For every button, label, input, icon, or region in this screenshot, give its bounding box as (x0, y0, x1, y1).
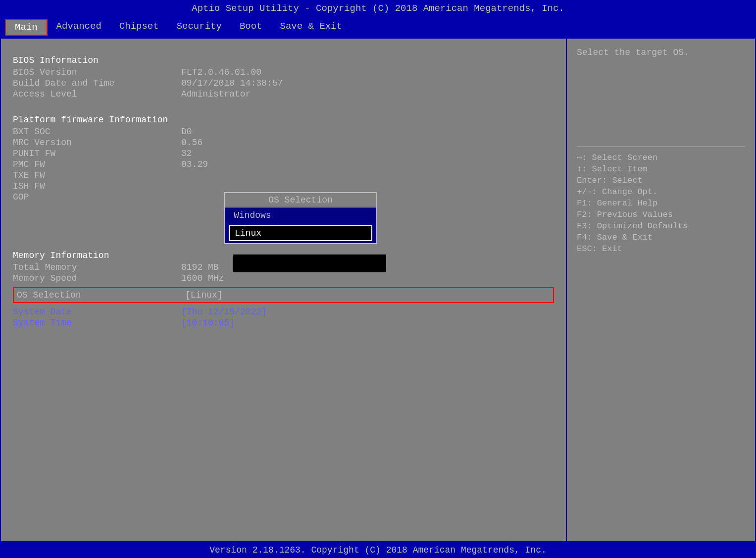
memory-speed-value: 1600 MHz (181, 273, 224, 283)
system-time-label: System Time (13, 318, 181, 328)
mrc-version-row: MRC Version 0.56 (13, 138, 554, 148)
os-popup-shadow (233, 254, 386, 272)
mrc-version-value: 0.56 (181, 138, 202, 148)
menu-bar: Main Advanced Chipset Security Boot Save… (0, 17, 756, 38)
key-help-esc: ESC: Exit (577, 244, 745, 254)
pmc-fw-row: PMC FW 03.29 (13, 159, 554, 169)
build-date-label: Build Date and Time (13, 78, 181, 88)
key-help-f2: F2: Previous Values (577, 210, 745, 219)
build-date-row: Build Date and Time 09/17/2018 14:38:57 (13, 78, 554, 88)
os-selection-row[interactable]: OS Selection [Linux] (13, 287, 554, 303)
txe-fw-row: TXE FW (13, 170, 554, 180)
system-date-label: System Date (13, 307, 181, 317)
help-text: Select the target OS. (577, 48, 745, 57)
menu-item-security[interactable]: Security (168, 19, 231, 36)
key-help-enter: Enter: Select (577, 176, 745, 185)
right-panel: Select the target OS. ↔: Select Screen ↕… (567, 39, 755, 541)
access-level-label: Access Level (13, 89, 181, 99)
platform-header: Platform firmware Information (13, 115, 554, 125)
system-date-value: [Thu 12/15/2022] (181, 307, 267, 317)
bxt-soc-row: BXT SOC D0 (13, 127, 554, 137)
ish-fw-row: ISH FW (13, 181, 554, 191)
key-help-f1: F1: General Help (577, 199, 745, 208)
os-popup-title: OS Selection (225, 193, 376, 207)
main-content: BIOS Information BIOS Version FLT2.0.46.… (0, 38, 756, 542)
txe-fw-label: TXE FW (13, 170, 181, 180)
os-option-linux[interactable]: Linux (229, 225, 372, 241)
key-help-f3: F3: Optimized Defaults (577, 221, 745, 231)
pmc-fw-value: 03.29 (181, 159, 208, 169)
system-time-value: [10:10:05] (181, 318, 235, 328)
footer-text: Version 2.18.1263. Copyright (C) 2018 Am… (209, 545, 547, 555)
system-date-row[interactable]: System Date [Thu 12/15/2022] (13, 307, 554, 317)
menu-item-main[interactable]: Main (5, 19, 48, 36)
left-panel: BIOS Information BIOS Version FLT2.0.46.… (1, 39, 567, 541)
menu-item-advanced[interactable]: Advanced (48, 19, 110, 36)
key-help-change-opt: +/-: Change Opt. (577, 187, 745, 197)
bios-version-label: BIOS Version (13, 67, 181, 77)
memory-speed-row: Memory Speed 1600 MHz (13, 273, 554, 283)
punit-fw-label: PUNIT FW (13, 149, 181, 158)
memory-speed-label: Memory Speed (13, 273, 181, 283)
bios-version-value: FLT2.0.46.01.00 (181, 67, 261, 77)
bxt-soc-label: BXT SOC (13, 127, 181, 137)
punit-fw-value: 32 (181, 149, 192, 158)
key-help-f4: F4: Save & Exit (577, 233, 745, 242)
os-selection-label: OS Selection (17, 290, 185, 300)
os-option-windows[interactable]: Windows (225, 207, 376, 223)
total-memory-label: Total Memory (13, 262, 181, 272)
title-text: Aptio Setup Utility - Copyright (C) 2018… (192, 3, 564, 14)
access-level-row: Access Level Administrator (13, 89, 554, 99)
mrc-version-label: MRC Version (13, 138, 181, 148)
footer: Version 2.18.1263. Copyright (C) 2018 Am… (0, 542, 756, 558)
pmc-fw-label: PMC FW (13, 159, 181, 169)
system-time-row[interactable]: System Time [10:10:05] (13, 318, 554, 328)
bios-info-header: BIOS Information (13, 55, 554, 65)
os-selection-value: [Linux] (185, 290, 223, 300)
help-divider (577, 147, 745, 147)
menu-item-boot[interactable]: Boot (231, 19, 271, 36)
build-date-value: 09/17/2018 14:38:57 (181, 78, 283, 88)
punit-fw-row: PUNIT FW 32 (13, 149, 554, 158)
bios-version-row: BIOS Version FLT2.0.46.01.00 (13, 67, 554, 77)
ish-fw-label: ISH FW (13, 181, 181, 191)
menu-item-chipset[interactable]: Chipset (110, 19, 168, 36)
bxt-soc-value: D0 (181, 127, 192, 137)
access-level-value: Administrator (181, 89, 251, 99)
gop-label: GOP (13, 192, 181, 202)
os-selection-popup: OS Selection Windows Linux (224, 192, 377, 244)
title-bar: Aptio Setup Utility - Copyright (C) 2018… (0, 0, 756, 17)
key-help-select-screen: ↔: Select Screen (577, 153, 745, 162)
key-help-select-item: ↕: Select Item (577, 164, 745, 174)
total-memory-value: 8192 MB (181, 262, 219, 272)
menu-item-save-exit[interactable]: Save & Exit (271, 19, 351, 36)
